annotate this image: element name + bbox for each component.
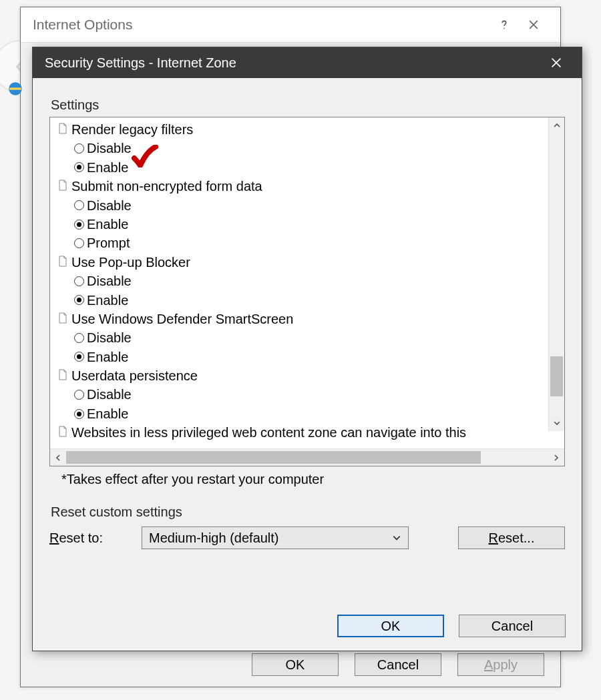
- setting-option[interactable]: Disable: [57, 385, 564, 404]
- radio-icon: [74, 276, 84, 286]
- setting-option[interactable]: Enable: [57, 215, 564, 234]
- svg-point-0: [504, 28, 505, 29]
- settings-tree[interactable]: Render legacy filtersDisableEnableSubmit…: [50, 117, 564, 448]
- radio-icon: [74, 220, 84, 230]
- settings-listbox[interactable]: Render legacy filtersDisableEnableSubmit…: [49, 117, 565, 466]
- settings-group-label: Settings: [49, 97, 565, 113]
- parent-cancel-button[interactable]: Cancel: [355, 653, 441, 676]
- setting-option[interactable]: Enable: [57, 158, 564, 177]
- setting-option[interactable]: Enable: [57, 348, 564, 366]
- page-icon: [58, 310, 67, 328]
- setting-label: Submit non-encrypted form data: [71, 177, 262, 196]
- option-label: Disable: [87, 385, 132, 404]
- dialog-title: Security Settings - Internet Zone: [45, 55, 542, 71]
- radio-icon: [74, 162, 84, 172]
- radio-icon: [74, 409, 84, 419]
- reset-row: Reset to: Medium-high (default) Reset...: [49, 527, 565, 549]
- page-icon: [58, 423, 67, 442]
- setting-item[interactable]: Render legacy filters: [57, 120, 564, 139]
- page-icon: [58, 120, 67, 139]
- restart-footnote: *Takes effect after you restart your com…: [61, 472, 565, 487]
- vscroll-track[interactable]: [549, 133, 564, 415]
- apply-label: pply: [493, 657, 518, 673]
- reset-group-label: Reset custom settings: [49, 504, 565, 520]
- close-icon[interactable]: [542, 49, 571, 76]
- reset-button[interactable]: Reset...: [458, 527, 565, 549]
- close-icon[interactable]: [519, 10, 548, 39]
- radio-icon: [74, 295, 84, 305]
- setting-item[interactable]: Submit non-encrypted form data: [57, 177, 564, 196]
- parent-apply-button[interactable]: Apply: [457, 653, 544, 676]
- reset-group: Reset custom settings Reset to: Medium-h…: [49, 504, 566, 550]
- scroll-down-icon[interactable]: [549, 415, 564, 431]
- parent-ok-button[interactable]: OK: [252, 653, 339, 676]
- option-label: Enable: [87, 215, 128, 234]
- settings-group: Settings Render legacy filtersDisableEna…: [49, 97, 566, 488]
- setting-item[interactable]: Userdata persistence: [57, 366, 564, 385]
- radio-icon: [74, 352, 84, 362]
- dialog-button-row: OK Cancel: [337, 615, 566, 637]
- setting-label: Use Pop-up Blocker: [71, 253, 190, 272]
- security-settings-dialog: Security Settings - Internet Zone Settin…: [32, 47, 582, 651]
- option-label: Disable: [87, 272, 132, 290]
- reset-level-value: Medium-high (default): [149, 531, 279, 546]
- option-label: Disable: [87, 139, 132, 157]
- option-label: Prompt: [87, 234, 130, 252]
- scroll-left-icon[interactable]: [50, 449, 66, 466]
- dialog-body: Settings Render legacy filtersDisableEna…: [33, 78, 582, 651]
- reset-level-combo[interactable]: Medium-high (default): [142, 527, 409, 549]
- option-label: Enable: [87, 291, 128, 310]
- chevron-down-icon: [392, 533, 401, 543]
- radio-icon: [74, 238, 84, 248]
- option-label: Disable: [87, 196, 132, 215]
- vertical-scrollbar[interactable]: [548, 117, 564, 431]
- help-icon[interactable]: [489, 10, 519, 39]
- setting-option[interactable]: Prompt: [57, 234, 564, 252]
- option-label: Enable: [87, 158, 128, 177]
- page-icon: [58, 366, 67, 385]
- setting-label: Use Windows Defender SmartScreen: [71, 310, 293, 328]
- page-icon: [58, 177, 67, 196]
- option-label: Disable: [87, 328, 132, 347]
- setting-label: Render legacy filters: [71, 120, 193, 139]
- setting-label: Userdata persistence: [71, 366, 198, 385]
- ok-button[interactable]: OK: [337, 615, 444, 637]
- setting-item[interactable]: Websites in less privileged web content …: [57, 423, 564, 442]
- option-label: Enable: [87, 348, 128, 366]
- scroll-up-icon[interactable]: [549, 117, 564, 133]
- horizontal-scrollbar[interactable]: [50, 448, 564, 466]
- setting-option[interactable]: Disable: [57, 328, 564, 347]
- radio-icon: [74, 200, 84, 210]
- setting-label: Websites in less privileged web content …: [71, 423, 466, 442]
- setting-option[interactable]: Enable: [57, 404, 564, 423]
- scroll-right-icon[interactable]: [548, 449, 564, 466]
- option-label: Enable: [87, 404, 128, 423]
- setting-item[interactable]: Use Windows Defender SmartScreen: [57, 310, 564, 328]
- ie-logo-icon: [7, 80, 24, 97]
- radio-icon: [74, 333, 84, 343]
- setting-option[interactable]: Disable: [57, 272, 564, 290]
- titlebar[interactable]: Security Settings - Internet Zone: [33, 47, 582, 78]
- parent-titlebar: Internet Options: [21, 7, 560, 42]
- setting-option[interactable]: Enable: [57, 291, 564, 310]
- page-icon: [58, 253, 67, 272]
- parent-title: Internet Options: [33, 17, 489, 33]
- setting-option[interactable]: Disable: [57, 196, 564, 215]
- reset-to-label: Reset to:: [49, 531, 130, 546]
- setting-item[interactable]: Use Pop-up Blocker: [57, 253, 564, 272]
- hscroll-thumb[interactable]: [66, 451, 481, 464]
- vscroll-thumb[interactable]: [550, 356, 563, 396]
- parent-button-row: OK Cancel Apply: [252, 653, 544, 676]
- cancel-button[interactable]: Cancel: [459, 615, 566, 637]
- hscroll-track[interactable]: [66, 449, 548, 466]
- setting-option[interactable]: Disable: [57, 139, 564, 157]
- radio-icon: [74, 390, 84, 400]
- radio-icon: [74, 143, 84, 153]
